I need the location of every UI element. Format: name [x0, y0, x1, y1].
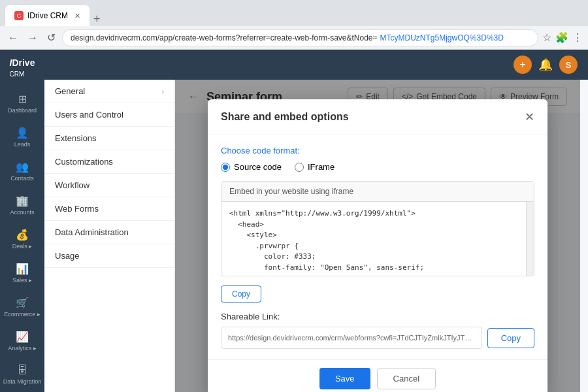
- notifications-icon[interactable]: 🔔: [538, 57, 553, 72]
- browser-tab[interactable]: C IDrive CRM ✕: [5, 5, 90, 26]
- format-label: Choose code format:: [221, 146, 534, 155]
- embed-code-box: Embed in your website using iframe: [221, 181, 534, 276]
- tab-label: IDrive CRM: [27, 11, 68, 20]
- source-code-label: Source code: [234, 162, 282, 172]
- sidebar-item-label: Ecommerce ▸: [4, 311, 41, 318]
- right-panel: [580, 80, 588, 392]
- nav-item-users[interactable]: Users and Control: [44, 103, 174, 127]
- menu-icon[interactable]: ⋮: [572, 31, 583, 44]
- sidebar-item-label: Data Migration: [3, 378, 42, 385]
- sidebar-item-label: Dashboard: [8, 107, 37, 114]
- source-code-radio[interactable]: Source code: [221, 162, 282, 172]
- sidebar-item-leads[interactable]: 👤 Leads: [0, 120, 44, 154]
- sidebar-item-label: Contacts: [10, 175, 34, 182]
- embed-scrollbar[interactable]: [526, 202, 534, 276]
- left-sidebar: General › Users and Control Extensions C…: [44, 80, 175, 392]
- address-bar[interactable]: design.devidrivecrm.com/app/create-web-f…: [62, 29, 538, 46]
- modal-header: Share and embed options ✕: [208, 99, 547, 135]
- data-migration-icon: 🗄: [17, 365, 27, 376]
- nav-item-workflow[interactable]: Workflow: [44, 174, 174, 197]
- deals-icon: 💰: [16, 229, 29, 241]
- logo-text: IDriveCRM: [10, 57, 35, 78]
- modal-overlay: Share and embed options ✕ Choose code fo…: [175, 80, 580, 392]
- sidebar-item-accounts[interactable]: 🏢 Accounts: [0, 188, 44, 222]
- modal-title: Share and embed options: [221, 111, 349, 123]
- nav-item-label: Users and Control: [55, 110, 123, 120]
- nav-item-label: Web Forms: [55, 204, 99, 214]
- embed-box-header: Embed in your website using iframe: [221, 182, 534, 202]
- cancel-button[interactable]: Cancel: [377, 368, 436, 389]
- tab-close-button[interactable]: ✕: [74, 12, 80, 20]
- sidebar-item-analytics[interactable]: 📈 Analytics ▸: [0, 324, 44, 358]
- sidebar-item-contacts[interactable]: 👥 Contacts: [0, 154, 44, 188]
- shareable-label: Shareable Link:: [221, 312, 534, 321]
- nav-icons: ☆ 🧩 ⋮: [542, 31, 583, 44]
- embed-code-textarea[interactable]: [221, 202, 534, 274]
- nav-item-label: Usage: [55, 251, 80, 261]
- browser-tabs: C IDrive CRM ✕ +: [5, 0, 105, 26]
- nav-item-extensions[interactable]: Extensions: [44, 127, 174, 150]
- browser-chrome: C IDrive CRM ✕ +: [0, 0, 588, 26]
- copy-link-button[interactable]: Copy: [487, 328, 534, 348]
- iframe-radio[interactable]: IFrame: [295, 162, 335, 172]
- sales-icon: 📊: [16, 263, 29, 275]
- sidebar-item-label: Accounts: [10, 209, 34, 216]
- sidebar-item-label: Analytics ▸: [8, 345, 37, 351]
- accounts-icon: 🏢: [16, 195, 29, 207]
- source-code-radio-input[interactable]: [221, 163, 230, 172]
- nav-item-general[interactable]: General ›: [44, 80, 174, 103]
- browser-nav: ← → ↺ design.devidrivecrm.com/app/create…: [0, 26, 588, 50]
- reload-button[interactable]: ↺: [44, 29, 58, 46]
- top-nav: + 🔔 S: [44, 50, 588, 80]
- share-embed-modal: Share and embed options ✕ Choose code fo…: [208, 99, 547, 392]
- embed-code-container: [221, 202, 534, 276]
- modal-close-button[interactable]: ✕: [525, 110, 534, 124]
- nav-item-web-forms[interactable]: Web Forms: [44, 197, 174, 221]
- iframe-label: IFrame: [308, 162, 335, 172]
- sidebar-item-deals[interactable]: 💰 Deals ▸: [0, 222, 44, 256]
- leads-icon: 👤: [16, 127, 29, 139]
- sidebar-item-sales[interactable]: 📊 Sales ▸: [0, 256, 44, 290]
- sidebar-item-data-migration[interactable]: 🗄 Data Migration: [0, 358, 44, 391]
- nav-item-label: General: [55, 86, 85, 96]
- ecommerce-icon: 🛒: [16, 297, 29, 309]
- sidebar-item-ecommerce[interactable]: 🛒 Ecommerce ▸: [0, 290, 44, 324]
- nav-item-data-administration[interactable]: Data Administration: [44, 221, 174, 244]
- nav-item-label: Data Administration: [55, 227, 129, 237]
- bookmark-icon[interactable]: ☆: [542, 31, 551, 44]
- sidebar: IDriveCRM ⊞ Dashboard 👤 Leads 👥 Contacts…: [0, 50, 44, 392]
- extensions-icon[interactable]: 🧩: [555, 31, 568, 44]
- sidebar-item-label: Sales ▸: [12, 277, 32, 284]
- sidebar-item-label: Leads: [14, 141, 31, 148]
- sidebar-logo: IDriveCRM: [0, 50, 44, 86]
- main-content: + 🔔 S General › Users and Control Extens…: [44, 50, 588, 392]
- app: IDriveCRM ⊞ Dashboard 👤 Leads 👥 Contacts…: [0, 50, 588, 392]
- add-button[interactable]: +: [514, 56, 532, 74]
- copy-embed-button[interactable]: Copy: [221, 286, 261, 302]
- modal-body: Choose code format: Source code IFrame: [208, 135, 547, 359]
- nav-item-usage[interactable]: Usage: [44, 244, 174, 268]
- tab-favicon: C: [14, 11, 24, 20]
- shareable-url-input[interactable]: [221, 327, 482, 349]
- address-plain: design.devidrivecrm.com/app/create-web-f…: [71, 33, 378, 42]
- sidebar-item-label: Deals ▸: [12, 243, 33, 250]
- iframe-radio-input[interactable]: [295, 163, 304, 172]
- nav-item-customizations[interactable]: Customizations: [44, 150, 174, 174]
- modal-footer: Save Cancel: [208, 359, 547, 392]
- address-highlight: MTcyMDUzNTg5MjgwOQ%3D%3D: [380, 33, 504, 42]
- new-tab-button[interactable]: +: [90, 12, 105, 26]
- nav-item-label: Customizations: [55, 157, 113, 167]
- sidebar-nav: ⊞ Dashboard 👤 Leads 👥 Contacts 🏢 Account…: [0, 86, 44, 392]
- nav-item-label: Extensions: [55, 133, 97, 143]
- shareable-row: Copy: [221, 327, 534, 349]
- forward-button[interactable]: →: [25, 29, 41, 46]
- save-button[interactable]: Save: [319, 368, 370, 389]
- user-avatar[interactable]: S: [559, 56, 578, 74]
- nav-item-label: Workflow: [55, 180, 90, 190]
- main-panel: ← Seminar form ✏ Edit </> Get Embed Code…: [175, 80, 580, 392]
- sidebar-item-dashboard[interactable]: ⊞ Dashboard: [0, 86, 44, 120]
- back-button[interactable]: ←: [5, 29, 21, 46]
- code-format-radio-group: Source code IFrame: [221, 162, 534, 172]
- analytics-icon: 📈: [16, 331, 29, 343]
- chevron-right-icon: ›: [161, 88, 164, 95]
